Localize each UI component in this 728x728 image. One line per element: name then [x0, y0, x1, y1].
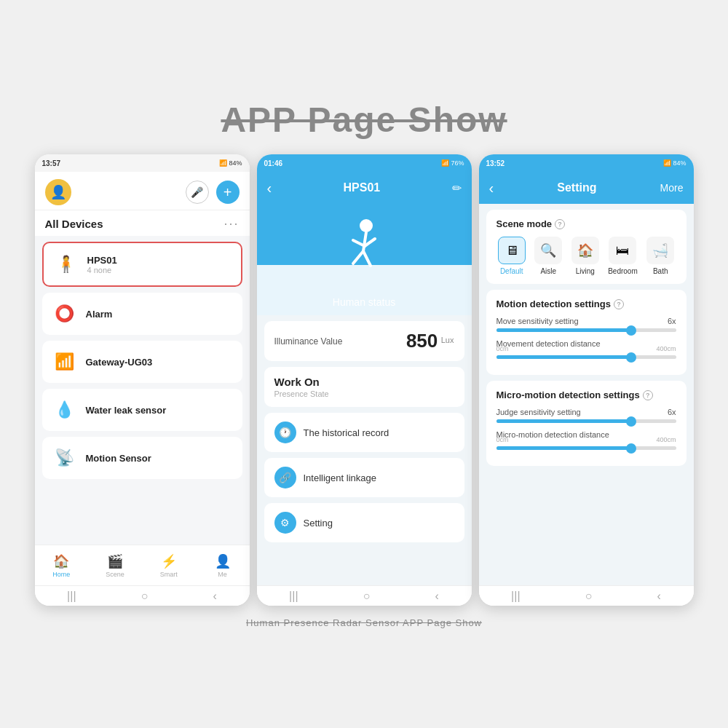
phone1-header: 👤 🎤 +: [35, 172, 250, 210]
distance-thumb[interactable]: [626, 352, 636, 363]
nav3-home[interactable]: ○: [585, 590, 593, 603]
phone2-hero: Human status: [257, 204, 472, 315]
tab-me[interactable]: 👤 Me: [196, 553, 250, 578]
device-item-motion[interactable]: 📡 Motion Sensor: [42, 437, 242, 479]
micro-distance-max: 400cm: [656, 436, 676, 443]
distance-track[interactable]: [496, 355, 676, 359]
phone3-more-button[interactable]: More: [660, 182, 684, 194]
intelligent-linkage-card[interactable]: 🔗 Intelligent linkage: [264, 458, 464, 497]
sensitivity-fill: [496, 328, 631, 332]
micro-motion-section: Micro-motion detection settings ? Judge …: [486, 381, 687, 466]
phone1-nav-bar: ||| ○ ‹: [35, 585, 250, 606]
avatar[interactable]: 👤: [45, 179, 71, 205]
nav3-back[interactable]: |||: [511, 590, 520, 603]
add-button[interactable]: +: [216, 181, 240, 204]
sensitivity-label: Move sensitivity setting: [496, 317, 579, 325]
aisle-icon: 🔍: [534, 237, 562, 264]
setting-label: Setting: [304, 518, 333, 529]
nav-home[interactable]: ○: [141, 590, 149, 603]
tab-home[interactable]: 🏠 Home: [35, 553, 89, 578]
phones-container: 13:57 📶 84% 👤 🎤 + All Devices ···: [35, 154, 694, 606]
setting-icon: ⚙: [274, 512, 296, 534]
all-devices-label: All Devices: [45, 218, 103, 230]
scene-living[interactable]: 🏠 Living: [571, 237, 599, 275]
edit-button[interactable]: ✏: [452, 181, 462, 195]
motion-info: Motion Sensor: [86, 453, 151, 464]
svg-point-0: [360, 219, 373, 232]
scene-bath[interactable]: 🛁 Bath: [646, 237, 674, 275]
device-item-alarm[interactable]: ⭕ Alarm: [42, 293, 242, 335]
scene-mode-title: Scene mode ?: [496, 218, 676, 229]
phone3-back-button[interactable]: ‹: [489, 180, 494, 197]
lux-unit: Lux: [441, 336, 454, 344]
phone2-signal: 📶 76%: [441, 159, 464, 167]
micro-distance-group: Micro-motion detection distance 0cm 400c…: [496, 430, 676, 450]
nav2-back[interactable]: |||: [289, 590, 298, 603]
judge-fill: [496, 419, 631, 423]
phone3-title: Setting: [494, 181, 660, 194]
presence-card: Work On Presence State: [264, 367, 464, 407]
more-dots[interactable]: ···: [223, 216, 239, 232]
presence-subtitle: Presence State: [274, 389, 454, 398]
home-icon: 🏠: [53, 553, 69, 569]
scene-help-icon[interactable]: ?: [555, 219, 565, 229]
micro-distance-thumb[interactable]: [626, 443, 636, 454]
judge-sensitivity-group: Judge sensitivity setting 6x: [496, 408, 676, 423]
back-button[interactable]: ‹: [267, 180, 272, 197]
phone1-header-icons: 🎤 +: [186, 181, 240, 204]
judge-track[interactable]: [496, 419, 676, 423]
mic-icon: 🎤: [191, 186, 203, 198]
nav2-recent[interactable]: ‹: [435, 590, 439, 603]
device-item-hps01[interactable]: 🧍 HPS01 4 none: [42, 242, 242, 287]
svg-line-4: [353, 240, 365, 246]
historical-record-card[interactable]: 🕐 The historical record: [264, 413, 464, 452]
phone2-time: 01:46: [264, 159, 283, 167]
lux-label: Illuminance Value: [274, 336, 343, 347]
judge-thumb[interactable]: [626, 416, 636, 427]
bedroom-icon: 🛏: [609, 237, 636, 264]
water-name: Water leak sensor: [86, 405, 167, 416]
phone2-header: ‹ HPS01 ✏: [257, 172, 472, 204]
lux-row: Illuminance Value 850 Lux: [274, 330, 454, 352]
sensitivity-thumb[interactable]: [626, 325, 636, 336]
tab-scene[interactable]: 🎬 Scene: [88, 553, 142, 578]
mic-button[interactable]: 🎤: [186, 181, 209, 204]
scene-aisle[interactable]: 🔍 Aisle: [534, 237, 562, 275]
nav-back[interactable]: |||: [67, 590, 76, 603]
judge-value: 6x: [668, 408, 676, 416]
device-item-gateway[interactable]: 📶 Gateway-UG03: [42, 341, 242, 383]
svg-line-1: [363, 232, 366, 251]
phone1-signal: 📶 84%: [219, 159, 242, 167]
living-icon: 🏠: [571, 237, 599, 264]
nav2-home[interactable]: ○: [363, 590, 371, 603]
setting-card[interactable]: ⚙ Setting: [264, 503, 464, 542]
default-icon: 🖥: [498, 237, 526, 264]
device-item-water[interactable]: 💧 Water leak sensor: [42, 389, 242, 431]
motion-help-icon[interactable]: ?: [614, 299, 624, 309]
sensitivity-track[interactable]: [496, 328, 676, 332]
hps01-name: HPS01: [87, 255, 117, 266]
lux-value-display: 850 Lux: [406, 330, 454, 352]
illuminance-card: Illuminance Value 850 Lux: [264, 321, 464, 361]
sensitivity-slider-group: Move sensitivity setting 6x: [496, 317, 676, 332]
tab-smart[interactable]: ⚡ Smart: [142, 553, 196, 578]
water-info: Water leak sensor: [86, 405, 167, 416]
history-icon: 🕐: [274, 422, 296, 443]
tab-me-label: Me: [218, 571, 227, 578]
bath-label: Bath: [653, 267, 668, 275]
phone3-status-bar: 13:52 📶 84%: [479, 154, 694, 172]
phone1-time: 13:57: [42, 159, 61, 167]
tab-scene-label: Scene: [106, 571, 124, 578]
history-label: The historical record: [304, 427, 389, 438]
distance-fill: [496, 355, 631, 359]
scene-bedroom[interactable]: 🛏 Bedroom: [608, 237, 638, 275]
nav3-recent[interactable]: ‹: [657, 590, 661, 603]
nav-recent[interactable]: ‹: [213, 590, 217, 603]
phone2-status-bar: 01:46 📶 76%: [257, 154, 472, 172]
gateway-name: Gateway-UG03: [86, 357, 153, 368]
micro-help-icon[interactable]: ?: [643, 390, 653, 400]
default-label: Default: [500, 267, 523, 275]
distance-slider-group: Movement detection distance 0cm 400cm: [496, 339, 676, 359]
micro-distance-track[interactable]: [496, 446, 676, 450]
scene-default[interactable]: 🖥 Default: [498, 237, 526, 275]
